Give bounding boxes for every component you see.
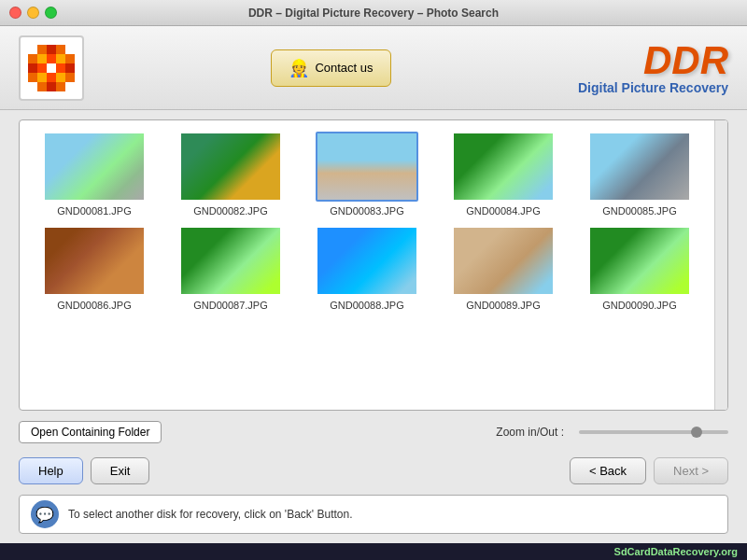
status-icon: 💬 <box>31 500 59 528</box>
close-button[interactable] <box>9 7 21 19</box>
photo-label-5: GND00085.JPG <box>602 205 676 217</box>
photo-grid: GND00081.JPGGND00082.JPGGND00083.JPGGND0… <box>31 132 703 311</box>
help-button[interactable]: Help <box>19 457 83 484</box>
photo-label-2: GND00082.JPG <box>193 205 267 217</box>
photo-item-8[interactable]: GND00088.JPG <box>303 226 430 311</box>
photo-label-9: GND00089.JPG <box>466 300 540 311</box>
photo-thumb-4[interactable] <box>452 132 555 202</box>
photo-item-9[interactable]: GND00089.JPG <box>440 226 567 311</box>
photo-item-7[interactable]: GND00087.JPG <box>167 226 294 311</box>
brand-sub: Digital Picture Recovery <box>578 80 728 95</box>
photo-thumb-10[interactable] <box>588 226 691 296</box>
title-bar: DDR – Digital Picture Recovery – Photo S… <box>0 0 747 26</box>
photo-image-4 <box>454 133 553 200</box>
photo-label-4: GND00084.JPG <box>466 205 540 217</box>
photo-image-7 <box>181 228 280 294</box>
photo-item-10[interactable]: GND00090.JPG <box>576 226 703 311</box>
footer-watermark: SdCardDataRecovery.org <box>0 543 747 560</box>
buttons-row: Help Exit < Back Next > <box>19 454 728 487</box>
photo-image-9 <box>454 228 553 294</box>
minimize-button[interactable] <box>27 7 39 19</box>
logo-mosaic <box>28 45 75 91</box>
photo-label-3: GND00083.JPG <box>330 205 403 217</box>
open-folder-button[interactable]: Open Containing Folder <box>19 421 162 443</box>
exit-button[interactable]: Exit <box>91 457 150 484</box>
photo-thumb-7[interactable] <box>179 226 282 296</box>
main-window: 👷 Contact us DDR Digital Picture Recover… <box>0 26 747 560</box>
brand-ddr: DDR <box>578 41 728 80</box>
photo-image-3 <box>317 133 416 200</box>
photo-label-1: GND00081.JPG <box>57 205 131 217</box>
brand-area: DDR Digital Picture Recovery <box>578 41 728 95</box>
photo-item-5[interactable]: GND00085.JPG <box>576 132 703 217</box>
photo-image-6 <box>45 228 144 294</box>
window-title: DDR – Digital Picture Recovery – Photo S… <box>248 7 499 20</box>
scroll-track[interactable] <box>714 120 727 410</box>
photo-item-6[interactable]: GND00086.JPG <box>31 226 158 311</box>
contact-label: Contact us <box>315 61 373 75</box>
maximize-button[interactable] <box>45 7 57 19</box>
zoom-thumb[interactable] <box>691 427 702 438</box>
photo-image-1 <box>45 133 144 200</box>
zoom-label: Zoom in/Out : <box>496 426 564 439</box>
status-text: To select another disk for recovery, cli… <box>68 508 353 521</box>
zoom-slider[interactable] <box>579 430 728 434</box>
photo-panel: GND00081.JPGGND00082.JPGGND00083.JPGGND0… <box>19 119 728 411</box>
contact-icon: 👷 <box>289 58 309 78</box>
photo-grid-scroll[interactable]: GND00081.JPGGND00082.JPGGND00083.JPGGND0… <box>20 120 714 410</box>
app-logo <box>19 35 84 101</box>
photo-thumb-6[interactable] <box>43 226 146 296</box>
photo-thumb-3[interactable] <box>316 132 418 202</box>
photo-image-8 <box>317 228 416 294</box>
back-button[interactable]: < Back <box>570 457 646 484</box>
photo-item-4[interactable]: GND00084.JPG <box>440 132 567 217</box>
photo-image-5 <box>590 133 689 200</box>
status-bar: 💬 To select another disk for recovery, c… <box>19 495 728 534</box>
content-area: GND00081.JPGGND00082.JPGGND00083.JPGGND0… <box>0 110 747 543</box>
photo-thumb-8[interactable] <box>316 226 418 296</box>
photo-thumb-5[interactable] <box>588 132 691 202</box>
next-button[interactable]: Next > <box>654 457 728 484</box>
photo-item-3[interactable]: GND00083.JPG <box>303 132 430 217</box>
photo-image-10 <box>590 228 689 294</box>
watermark-text: SdCardDataRecovery.org <box>614 546 738 557</box>
photo-thumb-9[interactable] <box>452 226 555 296</box>
photo-thumb-2[interactable] <box>179 132 282 202</box>
photo-label-6: GND00086.JPG <box>57 300 131 311</box>
window-controls[interactable] <box>9 7 57 19</box>
header: 👷 Contact us DDR Digital Picture Recover… <box>0 26 747 110</box>
controls-row: Open Containing Folder Zoom in/Out : <box>19 418 728 446</box>
photo-label-10: GND00090.JPG <box>602 300 676 311</box>
contact-button[interactable]: 👷 Contact us <box>271 49 390 87</box>
photo-image-2 <box>181 133 280 200</box>
photo-thumb-1[interactable] <box>43 132 146 202</box>
photo-label-8: GND00088.JPG <box>330 300 403 311</box>
photo-label-7: GND00087.JPG <box>193 300 267 311</box>
photo-item-1[interactable]: GND00081.JPG <box>31 132 158 217</box>
photo-item-2[interactable]: GND00082.JPG <box>167 132 294 217</box>
